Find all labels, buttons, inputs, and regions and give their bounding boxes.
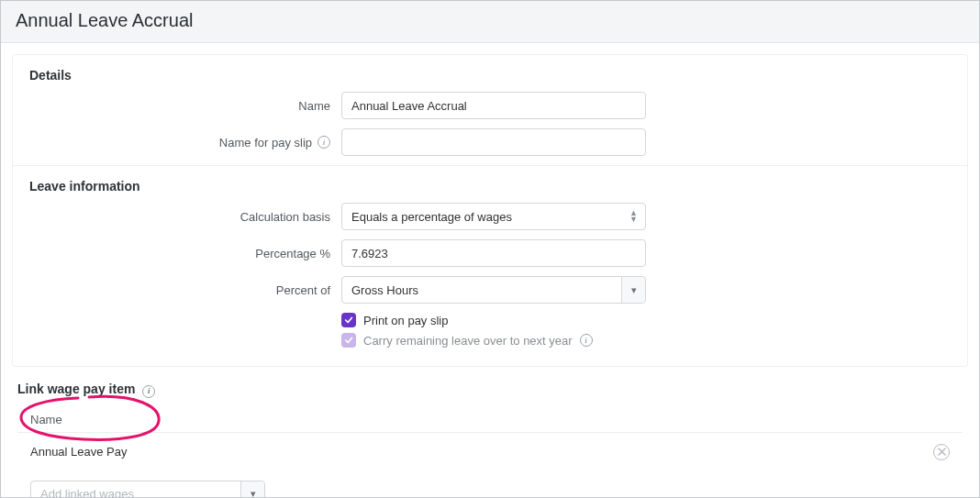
add-linked-wages-select[interactable]: Add linked wages ▾ bbox=[30, 481, 265, 499]
percent-of-label: Percent of bbox=[29, 283, 341, 297]
chevron-down-icon: ▾ bbox=[240, 481, 264, 499]
chevron-down-icon: ▾ bbox=[621, 277, 645, 303]
details-heading: Details bbox=[29, 68, 951, 83]
print-on-payslip-checkbox[interactable] bbox=[341, 313, 356, 327]
carry-over-label: Carry remaining leave over to next year bbox=[363, 334, 573, 348]
chevron-updown-icon: ▲▼ bbox=[629, 204, 638, 229]
info-icon[interactable]: i bbox=[580, 334, 593, 347]
close-icon bbox=[938, 448, 946, 456]
payslip-label: Name for pay slip bbox=[219, 136, 312, 149]
linked-wage-name: Annual Leave Pay bbox=[30, 445, 128, 459]
print-on-payslip-label: Print on pay slip bbox=[363, 314, 449, 327]
carry-over-checkbox bbox=[341, 333, 356, 348]
link-wage-heading: Link wage pay item i bbox=[17, 382, 963, 398]
percent-of-value: Gross Hours bbox=[351, 283, 418, 297]
calc-basis-label: Calculation basis bbox=[29, 210, 341, 224]
link-wage-heading-text: Link wage pay item bbox=[17, 382, 135, 396]
info-icon[interactable]: i bbox=[142, 385, 155, 398]
divider bbox=[13, 165, 967, 166]
table-row: Annual Leave Pay bbox=[17, 432, 963, 471]
remove-row-button[interactable] bbox=[933, 444, 950, 460]
table-col-name: Name bbox=[17, 407, 963, 432]
calc-basis-value: Equals a percentage of wages bbox=[351, 210, 512, 224]
info-icon[interactable]: i bbox=[317, 136, 330, 149]
name-label: Name bbox=[29, 99, 341, 113]
add-linked-wages-placeholder: Add linked wages bbox=[40, 487, 134, 498]
calc-basis-select[interactable]: Equals a percentage of wages ▲▼ bbox=[341, 203, 646, 230]
percent-of-select[interactable]: Gross Hours ▾ bbox=[341, 276, 646, 304]
check-icon bbox=[344, 336, 353, 345]
check-icon bbox=[344, 315, 353, 325]
leave-heading: Leave information bbox=[29, 179, 951, 194]
name-input[interactable] bbox=[341, 92, 646, 119]
page-title: Annual Leave Accrual bbox=[16, 10, 964, 31]
payslip-name-input[interactable] bbox=[341, 128, 646, 156]
percentage-label: Percentage % bbox=[29, 247, 341, 260]
percentage-input[interactable] bbox=[341, 239, 646, 267]
